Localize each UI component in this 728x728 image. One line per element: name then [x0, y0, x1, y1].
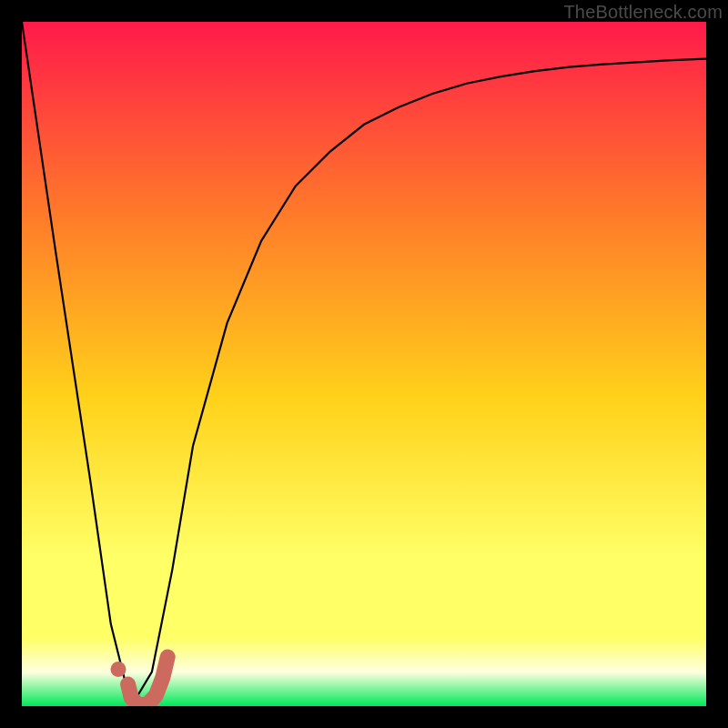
chart-svg [22, 22, 706, 706]
watermark-text: TheBottleneck.com [563, 2, 723, 23]
frame-right [706, 0, 728, 728]
marker-dot [111, 662, 126, 677]
frame-bottom [0, 706, 728, 728]
plot-area [22, 22, 706, 706]
frame-left [0, 0, 22, 728]
